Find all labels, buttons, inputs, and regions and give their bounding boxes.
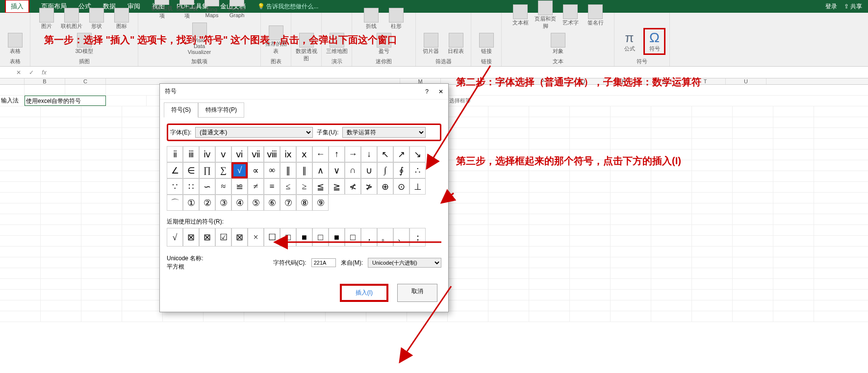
app-icon-0[interactable]: 获取加载项 — [151, 0, 173, 20]
equation-icon[interactable]: π公式 — [618, 30, 640, 52]
tab-special-chars[interactable]: 特殊字符(P) — [198, 102, 244, 118]
char-cell[interactable]: ⅳ — [199, 146, 215, 162]
char-cell[interactable]: ∷ — [183, 178, 199, 195]
filter-icon-1[interactable]: 日程表 — [445, 33, 467, 55]
char-cell[interactable]: ≯ — [361, 178, 377, 195]
char-cell[interactable]: ⅶ — [248, 146, 264, 162]
recent-char[interactable]: ⊠ — [183, 228, 199, 247]
char-cell[interactable]: ≡ — [264, 178, 280, 195]
char-cell[interactable]: ⑦ — [280, 195, 296, 211]
char-cell[interactable]: ∫ — [377, 162, 393, 178]
char-cell[interactable]: ③ — [215, 195, 231, 211]
char-cell[interactable]: ① — [183, 195, 199, 211]
text-icon-0[interactable]: 文本框 — [510, 4, 532, 26]
spark-icon-1[interactable]: 柱形 — [385, 8, 408, 30]
close-icon[interactable]: ✕ — [438, 88, 443, 95]
app-icon-2[interactable]: Bing Maps — [201, 0, 223, 18]
insert-button[interactable]: 插入(I) — [340, 284, 388, 302]
char-cell[interactable]: ⊕ — [377, 178, 393, 195]
recent-char[interactable]: ， — [361, 228, 377, 247]
chart-icon[interactable]: 推荐的图表 — [265, 25, 287, 55]
char-cell[interactable]: ⅹ — [296, 146, 312, 162]
char-cell[interactable]: ∨ — [329, 162, 345, 178]
char-cell[interactable]: ⑥ — [264, 195, 280, 211]
cell-b2[interactable]: 使用excel自带的符号 — [25, 96, 106, 106]
char-cell[interactable]: ⅷ — [264, 146, 280, 162]
char-cell[interactable]: ② — [199, 195, 215, 211]
char-cell[interactable]: ④ — [231, 195, 248, 211]
char-cell[interactable]: ∠ — [167, 162, 183, 178]
filter-icon-0[interactable]: 切片器 — [420, 33, 442, 55]
char-cell[interactable]: ≦ — [312, 178, 329, 195]
recent-char[interactable]: ☐ — [264, 228, 280, 247]
recent-char[interactable]: ； — [409, 228, 426, 247]
subset-select[interactable]: 数学运算符 — [342, 127, 426, 138]
char-cell[interactable]: ⊥ — [409, 178, 426, 195]
tab-symbols[interactable]: 符号(S) — [164, 102, 198, 118]
char-cell[interactable]: ⊙ — [393, 178, 409, 195]
char-cell[interactable]: ⑨ — [312, 195, 329, 211]
char-cell[interactable]: ∝ — [248, 162, 264, 178]
cancel-button[interactable]: 取消 — [397, 284, 437, 302]
char-cell[interactable]: ↑ — [329, 146, 345, 162]
text-icon-2[interactable]: 艺术字 — [560, 4, 582, 26]
recent-char[interactable]: □ — [280, 228, 296, 247]
char-cell[interactable]: ∪ — [361, 162, 377, 178]
char-cell[interactable]: ⅱ — [167, 146, 183, 162]
char-cell[interactable]: ≌ — [231, 178, 248, 195]
cell-a2[interactable]: 输入法 — [0, 96, 25, 106]
char-cell[interactable]: ∧ — [312, 162, 329, 178]
text-icon-4[interactable]: 对象 — [547, 33, 569, 55]
link-icon[interactable]: 链接 — [475, 33, 497, 55]
symbol-icon[interactable]: Ω符号 — [643, 28, 665, 55]
char-cell[interactable]: ⌒ — [167, 195, 183, 211]
char-cell[interactable]: ≈ — [215, 178, 231, 195]
recent-char[interactable]: 。 — [377, 228, 393, 247]
recent-char[interactable]: ⊠ — [199, 228, 215, 247]
tab-insert[interactable]: 插入 — [5, 0, 29, 13]
recent-char[interactable]: ■ — [329, 228, 345, 247]
confirm-icon[interactable]: ✓ — [29, 69, 34, 76]
font-select[interactable]: (普通文本) — [195, 127, 313, 138]
char-cell[interactable]: ‖ — [280, 162, 296, 178]
char-cell[interactable]: ← — [312, 146, 329, 162]
from-select[interactable]: Unicode(十六进制) — [368, 258, 441, 268]
char-cell[interactable]: ↖ — [377, 146, 393, 162]
char-cell[interactable]: ⑤ — [248, 195, 264, 211]
recent-char[interactable]: □ — [345, 228, 361, 247]
tell-me[interactable]: 告诉我您想做什么... — [266, 3, 318, 10]
recent-char[interactable]: ⊠ — [231, 228, 248, 247]
char-cell[interactable]: ∥ — [296, 162, 312, 178]
share-link[interactable]: ⇪ 共享 — [844, 2, 862, 11]
char-cell[interactable]: ≠ — [248, 178, 264, 195]
char-cell[interactable]: ⅲ — [183, 146, 199, 162]
app-icon-1[interactable]: 我的加载项 — [176, 0, 198, 20]
char-cell[interactable]: ⑧ — [296, 195, 312, 211]
illus-icon-2[interactable]: 形状 — [86, 8, 108, 30]
char-cell[interactable]: ∽ — [199, 178, 215, 195]
recent-char[interactable]: □ — [312, 228, 329, 247]
text-icon-3[interactable]: 签名行 — [585, 4, 607, 26]
fx-icon[interactable]: fx — [42, 69, 46, 76]
illus-icon-0[interactable]: 图片 — [36, 8, 58, 30]
char-cell[interactable]: ↗ — [393, 146, 409, 162]
char-cell[interactable]: ∞ — [264, 162, 280, 178]
text-icon-1[interactable]: 页眉和页脚 — [535, 0, 557, 30]
char-cell[interactable]: √ — [231, 162, 248, 178]
char-cell[interactable]: ∵ — [167, 178, 183, 195]
illus-icon-4[interactable]: 3D模型 — [73, 33, 95, 55]
char-cell[interactable]: ∏ — [199, 162, 215, 178]
illus-icon-1[interactable]: 联机图片 — [61, 8, 83, 30]
map3d-icon[interactable]: 三维地图 — [326, 33, 348, 55]
char-cell[interactable]: ≤ — [280, 178, 296, 195]
char-cell[interactable]: ∴ — [409, 162, 426, 178]
char-cell[interactable]: ∮ — [393, 162, 409, 178]
pivot-icon[interactable]: 数据透视图 — [295, 33, 317, 62]
formula-bar[interactable]: ✕ ✓ fx — [0, 67, 868, 78]
char-cell[interactable]: ≧ — [329, 178, 345, 195]
char-cell[interactable]: ∈ — [183, 162, 199, 178]
namebox[interactable] — [7, 69, 8, 76]
recent-char[interactable]: × — [248, 228, 264, 247]
cancel-icon[interactable]: ✕ — [16, 69, 21, 76]
help-icon[interactable]: ? — [425, 88, 429, 95]
